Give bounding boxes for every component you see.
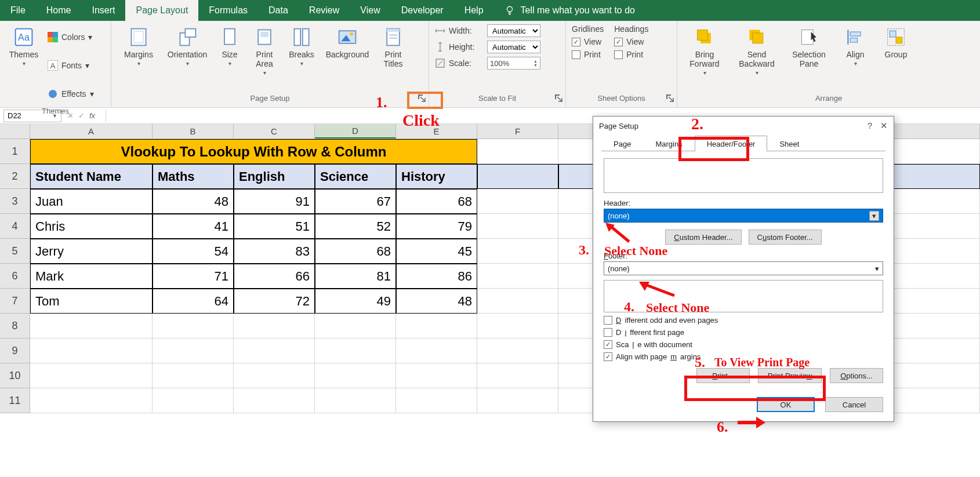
data-cell[interactable]: 79: [396, 214, 477, 239]
data-cell[interactable]: 68: [315, 239, 396, 264]
menu-review[interactable]: Review: [299, 0, 350, 21]
fonts-button[interactable]: AFonts ▾: [48, 53, 94, 78]
menu-insert[interactable]: Insert: [81, 0, 125, 21]
tell-me[interactable]: Tell me what you want to do: [504, 0, 635, 21]
empty-cell[interactable]: [153, 363, 234, 388]
col-header-a[interactable]: A: [30, 124, 153, 139]
row-header[interactable]: 8: [0, 314, 30, 338]
data-cell[interactable]: 81: [315, 264, 396, 289]
data-cell[interactable]: 66: [234, 264, 315, 289]
data-cell[interactable]: Tom: [30, 289, 153, 314]
row-header[interactable]: 1: [0, 139, 30, 164]
themes-button[interactable]: Aa Themes ▾: [6, 24, 42, 67]
headings-print-checkbox[interactable]: Print: [614, 50, 648, 59]
data-cell[interactable]: Juan: [30, 189, 153, 214]
align-button[interactable]: Align▾: [840, 24, 871, 67]
diff-odd-even-checkbox[interactable]: Different odd and even pages: [604, 316, 883, 325]
empty-cell[interactable]: [315, 363, 396, 388]
sheet-options-dialog-launcher[interactable]: [665, 93, 674, 103]
col-header-b[interactable]: B: [153, 124, 234, 139]
row-header[interactable]: 10: [0, 363, 30, 388]
empty-cell[interactable]: [234, 338, 315, 363]
gridlines-view-checkbox[interactable]: ✓View: [572, 37, 604, 46]
header-combo[interactable]: (none)▾: [604, 209, 883, 223]
tab-page[interactable]: Page: [601, 136, 643, 151]
empty-cell[interactable]: [477, 338, 558, 363]
data-cell[interactable]: 72: [234, 289, 315, 314]
col-header-e[interactable]: E: [396, 124, 477, 139]
data-cell[interactable]: 48: [153, 189, 234, 214]
footer-combo[interactable]: (none)▾: [604, 261, 883, 275]
select-all-corner[interactable]: [0, 124, 30, 139]
data-cell[interactable]: 41: [153, 214, 234, 239]
col-header-d[interactable]: D: [315, 124, 396, 139]
empty-cell[interactable]: [234, 314, 315, 338]
cancel-button[interactable]: Cancel: [825, 397, 883, 412]
empty-cell[interactable]: [30, 363, 153, 388]
menu-page-layout[interactable]: Page Layout: [125, 0, 198, 21]
selection-pane-button[interactable]: Selection Pane: [787, 24, 830, 68]
row-header[interactable]: 3: [0, 189, 30, 214]
print-preview-button[interactable]: Print Preview: [758, 368, 822, 383]
empty-cell[interactable]: [396, 363, 477, 388]
options-button[interactable]: Options...: [830, 368, 883, 383]
bring-forward-button[interactable]: Bring Forward▾: [683, 24, 726, 76]
data-cell[interactable]: 83: [234, 239, 315, 264]
breaks-button[interactable]: Breaks▾: [284, 24, 319, 67]
diff-first-page-checkbox[interactable]: Different first page: [604, 328, 883, 337]
scale-spinner[interactable]: 100%▲▼: [487, 57, 540, 70]
margins-button[interactable]: Margins▾: [117, 24, 160, 67]
row-header[interactable]: 4: [0, 214, 30, 239]
data-cell[interactable]: Jerry: [30, 239, 153, 264]
header-cell[interactable]: History: [396, 164, 477, 189]
header-cell[interactable]: English: [234, 164, 315, 189]
custom-footer-button[interactable]: Custom Footer...: [749, 230, 822, 245]
menu-data[interactable]: Data: [258, 0, 299, 21]
menu-formulas[interactable]: Formulas: [198, 0, 258, 21]
header-cell[interactable]: Student Name: [30, 164, 153, 189]
data-cell[interactable]: 49: [315, 289, 396, 314]
data-cell[interactable]: 48: [396, 289, 477, 314]
menu-help[interactable]: Help: [454, 0, 494, 21]
tab-header-footer[interactable]: Header/Footer: [695, 136, 768, 151]
row-header[interactable]: 6: [0, 264, 30, 289]
gridlines-print-checkbox[interactable]: Print: [572, 50, 604, 59]
empty-cell[interactable]: [30, 338, 153, 363]
ok-button[interactable]: OK: [757, 397, 815, 412]
header-cell[interactable]: Science: [315, 164, 396, 189]
data-cell[interactable]: 91: [234, 189, 315, 214]
scale-with-doc-checkbox[interactable]: ✓Scale with document: [604, 340, 883, 349]
empty-cell[interactable]: [234, 388, 315, 413]
empty-cell[interactable]: [477, 363, 558, 388]
empty-cell[interactable]: [396, 388, 477, 413]
empty-cell[interactable]: [477, 388, 558, 413]
print-button[interactable]: Print...: [696, 368, 750, 383]
data-cell[interactable]: Mark: [30, 264, 153, 289]
empty-cell[interactable]: [396, 314, 477, 338]
height-select[interactable]: Automatic: [487, 41, 540, 53]
data-cell[interactable]: 45: [396, 239, 477, 264]
row-header[interactable]: 5: [0, 239, 30, 264]
empty-cell[interactable]: [153, 314, 234, 338]
send-backward-button[interactable]: Send Backward▾: [735, 24, 778, 76]
data-cell[interactable]: 51: [234, 214, 315, 239]
data-cell[interactable]: Chris: [30, 214, 153, 239]
header-cell[interactable]: Maths: [153, 164, 234, 189]
empty-cell[interactable]: [153, 388, 234, 413]
row-header[interactable]: 11: [0, 388, 30, 413]
dialog-help-icon[interactable]: ?: [868, 121, 872, 131]
empty-cell[interactable]: [315, 338, 396, 363]
empty-cell[interactable]: [315, 314, 396, 338]
tab-sheet[interactable]: Sheet: [767, 136, 811, 151]
scale-dialog-launcher[interactable]: [554, 93, 563, 103]
effects-button[interactable]: Effects ▾: [48, 81, 94, 106]
headings-view-checkbox[interactable]: ✓View: [614, 37, 648, 46]
col-header-f[interactable]: F: [477, 124, 558, 139]
print-titles-button[interactable]: Print Titles: [376, 24, 411, 68]
data-cell[interactable]: 68: [396, 189, 477, 214]
tab-margins[interactable]: Margins: [643, 136, 694, 151]
data-cell[interactable]: 52: [315, 214, 396, 239]
orientation-button[interactable]: Orientation▾: [162, 24, 212, 67]
group-button[interactable]: Group: [880, 24, 912, 59]
empty-cell[interactable]: [315, 388, 396, 413]
